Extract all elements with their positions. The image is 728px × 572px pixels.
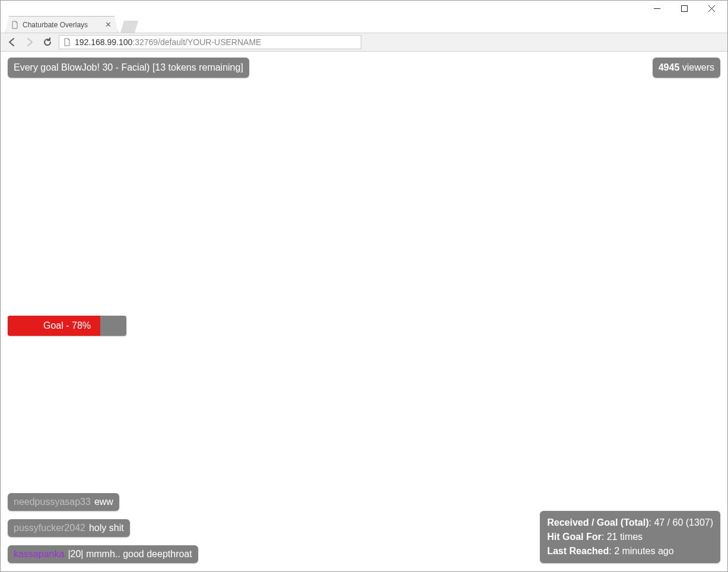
chat-username: pussyfucker2042 [14, 523, 85, 533]
window-titlebar [1, 1, 727, 16]
viewer-suffix: viewers [679, 62, 714, 72]
browser-tab-strip: Chaturbate Overlays ✕ [1, 16, 727, 33]
window-minimize-button[interactable] [643, 1, 670, 16]
page-icon [11, 21, 19, 29]
url-host: 192.168.99.100 [75, 37, 132, 47]
chat-text: holy shit [89, 523, 124, 533]
svg-rect-1 [681, 5, 687, 11]
stats-received-value: : 47 / 60 (1307) [648, 517, 713, 527]
stats-row: Hit Goal For: 21 times [547, 530, 713, 544]
room-status-overlay: Every goal BlowJob! 30 - Facial) [13 tok… [8, 58, 249, 78]
viewer-count: 4945 [659, 62, 680, 72]
url-bar[interactable]: 192.168.99.100:32769/default/YOUR-USERNA… [59, 35, 361, 49]
goal-progress-fill [8, 316, 100, 336]
viewer-count-overlay: 4945 viewers [653, 58, 720, 78]
chat-message: pussyfucker2042holy shit [8, 519, 130, 537]
chat-message: needpussyasap33eww [8, 493, 119, 511]
stats-received-label: Received / Goal (Total) [547, 517, 648, 527]
new-tab-button[interactable] [120, 21, 138, 33]
window-maximize-button[interactable] [670, 1, 698, 16]
page-content: Every goal BlowJob! 30 - Facial) [13 tok… [1, 52, 727, 571]
chat-username: kassapanka [14, 549, 64, 560]
stats-reached-value: : 2 minutes ago [609, 546, 673, 556]
url-path: :32769/default/YOUR-USERNAME [132, 37, 261, 47]
stats-hit-label: Hit Goal For [547, 532, 602, 542]
page-icon [63, 38, 71, 46]
tab-close-icon[interactable]: ✕ [99, 20, 112, 29]
tab-title: Chaturbate Overlays [23, 21, 88, 29]
back-button[interactable] [5, 36, 18, 49]
chat-message: kassapanka|20| mmmh.. good deepthroat [8, 545, 198, 563]
browser-toolbar: 192.168.99.100:32769/default/YOUR-USERNA… [1, 33, 727, 52]
chat-overlay-stack: needpussyasap33ewwpussyfucker2042holy sh… [8, 493, 198, 563]
stats-hit-value: : 21 times [602, 532, 643, 542]
reload-button[interactable] [41, 36, 54, 49]
chat-text: |20| mmmh.. good deepthroat [68, 549, 192, 560]
chat-username: needpussyasap33 [14, 497, 91, 507]
goal-progress-bar: Goal - 78% [8, 316, 126, 336]
browser-tab-active[interactable]: Chaturbate Overlays ✕ [5, 16, 118, 33]
goal-stats-overlay: Received / Goal (Total): 47 / 60 (1307) … [540, 511, 720, 563]
chat-text: eww [94, 497, 113, 507]
stats-reached-label: Last Reached [547, 546, 609, 556]
window-controls [643, 1, 725, 16]
stats-row: Last Reached: 2 minutes ago [547, 544, 713, 558]
stats-row: Received / Goal (Total): 47 / 60 (1307) [547, 516, 713, 530]
forward-button[interactable] [23, 36, 36, 49]
window-close-button[interactable] [698, 1, 725, 16]
